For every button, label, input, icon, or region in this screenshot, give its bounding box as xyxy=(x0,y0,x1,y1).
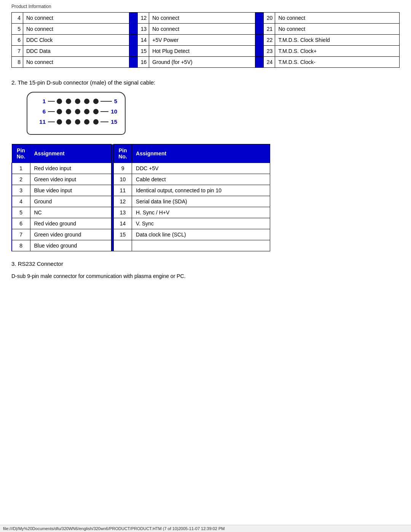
pin-table-row: 4Ground12Serial data line (SDA) xyxy=(12,196,270,207)
pin-dot xyxy=(75,99,80,104)
pin-assign-right: V. Sync xyxy=(132,218,270,229)
pin-assign-left: Red video ground xyxy=(30,218,112,229)
connector-row-3: 11 15 xyxy=(35,118,117,125)
pin-no-header-1: PinNo. xyxy=(12,144,30,163)
dvi-table: 4No connect12No connect20No connect5No c… xyxy=(11,12,400,68)
dvi-assign: T.M.D.S. Clock+ xyxy=(275,46,400,57)
dvi-pin-num: 23 xyxy=(263,46,275,57)
row-label-3-left: 11 xyxy=(35,118,46,125)
line-right-3 xyxy=(100,121,108,122)
pin-assign-right: Cable detect xyxy=(132,174,270,185)
pin-assign-left: Green video input xyxy=(30,174,112,185)
dvi-pin-num: 4 xyxy=(12,13,23,24)
section2-heading: 2. The 15-pin D-sub connector (male) of … xyxy=(11,79,400,86)
pin-number-left: 2 xyxy=(12,174,30,185)
assign-header-2: Assignment xyxy=(132,144,270,163)
dvi-assign: No connect xyxy=(149,24,255,35)
dvi-assign: No connect xyxy=(275,24,400,35)
pin-dot xyxy=(93,119,99,125)
pin-number-right: 12 xyxy=(114,196,132,207)
section3-body: D-sub 9-pin male connector for communica… xyxy=(11,273,400,279)
row-label-3-right: 15 xyxy=(111,118,117,125)
assign-header-1: Assignment xyxy=(30,144,112,163)
line-left-2 xyxy=(48,111,55,112)
dvi-table-row: 7DDC Data15Hot Plug Detect23T.M.D.S. Clo… xyxy=(12,46,400,57)
dvi-color-block xyxy=(255,57,263,68)
pin-number-right: 15 xyxy=(114,229,132,240)
pin-assign-left: Red video input xyxy=(30,163,112,174)
pin-assign-right: Identical output, connected to pin 10 xyxy=(132,185,270,196)
status-bar: file:///D|/My%20Documents/dfu/320WN6/eng… xyxy=(0,525,411,532)
dvi-color-block xyxy=(255,13,263,24)
pin-table-row: 7Green video ground15Data clock line (SC… xyxy=(12,229,270,240)
pin-no-header-2: PinNo. xyxy=(114,144,132,163)
dvi-table-row: 5No connect13No connect21No connect xyxy=(12,24,400,35)
dvi-pin-num: 20 xyxy=(263,13,275,24)
pin-number-right: 11 xyxy=(114,185,132,196)
dvi-pin-num: 24 xyxy=(263,57,275,68)
pin-assign-left: Blue video ground xyxy=(30,240,112,251)
row-label-1-right: 5 xyxy=(114,98,117,104)
dvi-table-row: 8No connect16Ground (for +5V)24T.M.D.S. … xyxy=(12,57,400,68)
pin-dot xyxy=(84,99,89,104)
dvi-assign: No connect xyxy=(149,13,255,24)
line-left-3 xyxy=(48,121,55,122)
dvi-pin-num: 14 xyxy=(137,35,149,46)
dvi-table-row: 6DDC Clock14+5V Power22T.M.D.S. Clock Sh… xyxy=(12,35,400,46)
pin-dot xyxy=(84,119,89,125)
pin-assign-left: Green video ground xyxy=(30,229,112,240)
pin-assign-left: Blue video input xyxy=(30,185,112,196)
connector-row-2: 6 10 xyxy=(35,108,117,115)
dvi-pin-num: 21 xyxy=(263,24,275,35)
pin-dot xyxy=(66,119,71,125)
pin-dot xyxy=(75,119,80,125)
dvi-assign: Ground (for +5V) xyxy=(149,57,255,68)
dvi-pin-num: 6 xyxy=(12,35,23,46)
pin-assign-right: H. Sync / H+V xyxy=(132,207,270,218)
dvi-pin-num: 12 xyxy=(137,13,149,24)
dvi-assign: No connect xyxy=(275,13,400,24)
pin-number-left: 7 xyxy=(12,229,30,240)
dvi-color-block xyxy=(255,35,263,46)
dvi-color-block xyxy=(129,57,137,68)
pin-assign-right: DDC +5V xyxy=(132,163,270,174)
dvi-assign: +5V Power xyxy=(149,35,255,46)
dvi-color-block xyxy=(255,46,263,57)
dvi-assign: DDC Data xyxy=(23,46,129,57)
dvi-color-block xyxy=(255,24,263,35)
dvi-color-block xyxy=(129,35,137,46)
pin-number-right: 9 xyxy=(114,163,132,174)
dvi-assign: T.M.D.S. Clock Shield xyxy=(275,35,400,46)
pin-assign-right xyxy=(132,240,270,251)
dvi-table-row: 4No connect12No connect20No connect xyxy=(12,13,400,24)
pin-dot xyxy=(93,99,99,104)
connector-row-1: 1 5 xyxy=(35,98,117,104)
dvi-pin-num: 22 xyxy=(263,35,275,46)
pin-number-right: 10 xyxy=(114,174,132,185)
product-info-label: Product Information xyxy=(11,4,400,9)
pin-dot xyxy=(75,109,80,114)
row-label-2-left: 6 xyxy=(35,108,46,115)
dvi-assign: No connect xyxy=(23,13,129,24)
connector-diagram: 1 5 6 10 11 15 xyxy=(27,92,126,135)
pin-number-right: 13 xyxy=(114,207,132,218)
row-label-2-right: 10 xyxy=(111,108,117,115)
line-left-1 xyxy=(48,101,55,102)
dvi-assign: DDC Clock xyxy=(23,35,129,46)
pin-dot xyxy=(66,99,71,104)
pin-number-left: 1 xyxy=(12,163,30,174)
pin-assignment-table: PinNo.AssignmentPinNo.Assignment 1Red vi… xyxy=(11,144,270,251)
pin-table-row: 6Red video ground14V. Sync xyxy=(12,218,270,229)
row-label-1-left: 1 xyxy=(35,98,46,104)
pin-number-right xyxy=(114,240,132,251)
pin-number-right: 14 xyxy=(114,218,132,229)
pin-table-row: 3Blue video input11Identical output, con… xyxy=(12,185,270,196)
pin-number-left: 5 xyxy=(12,207,30,218)
pin-table-row: 1Red video input9DDC +5V xyxy=(12,163,270,174)
dvi-color-block xyxy=(129,24,137,35)
pin-dot xyxy=(57,119,62,125)
dvi-assign: Hot Plug Detect xyxy=(149,46,255,57)
dvi-pin-num: 16 xyxy=(137,57,149,68)
dvi-color-block xyxy=(129,46,137,57)
dvi-pin-num: 5 xyxy=(12,24,23,35)
